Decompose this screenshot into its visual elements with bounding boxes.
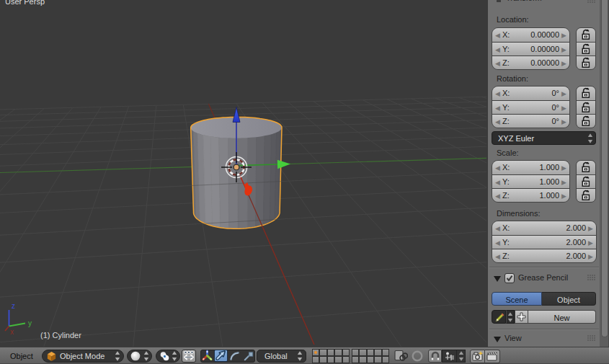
- svg-text:z: z: [12, 302, 15, 310]
- svg-text:(1) Cylinder: (1) Cylinder: [40, 331, 81, 339]
- svg-text:User Persp: User Persp: [5, 0, 45, 6]
- svg-text:y: y: [28, 319, 32, 327]
- svg-text:x: x: [10, 328, 14, 336]
